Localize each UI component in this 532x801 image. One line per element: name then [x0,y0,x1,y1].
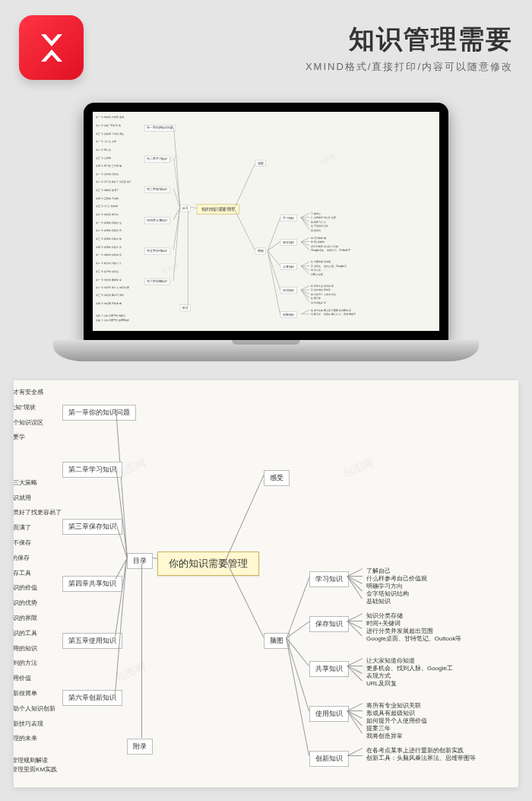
mindmap-node: URL及回复 [309,272,325,277]
mindmap-node: 第一节 知识创新很简单 [94,277,123,281]
mindmap-node: 第二节 你的"无知"现状 [94,123,122,128]
mindmap-node: 第四节 互联网不保存 [94,196,121,201]
mindmap-node: 第三节 怎样学 [14,462,17,473]
page-title: 知识管理需要 [97,22,513,57]
mindmap-node: Google桌面、甘特笔记、Outlook等 [309,248,352,253]
mindmap-node: 还是个人知识管理里面KM实践 [94,319,131,323]
mindmap-node: 保存知识 [280,239,297,246]
mindmap-node: 第二章学习知识 [62,462,122,478]
mindmap-node: 第二节 共享知识的优势 [14,597,41,609]
mindmap-node: URL及回复 [363,678,401,689]
mindmap-node: 第五节 对"人"的保存 [14,552,33,564]
mindmap-node: 第二节 分门别类好了找更容易了 [94,180,134,184]
mindmap-node: 第六节 知识保存工具 [94,212,121,217]
page-subtitle: XMIND格式/直接打印/内容可以随意修改 [97,60,513,74]
mindmap-node: 共享知识 [280,263,297,270]
mindmap-node: 第三节 提升使用价值 [94,269,121,274]
mindmap-node: 目录 [180,205,191,211]
mindmap-node: 第六章创新知识 [144,278,170,285]
watermark: 包图网 [318,153,337,166]
mindmap-node: 第三节 提升使用价值 [14,672,35,684]
mindmap-node: 第二节 知识帮助个人知识创新 [14,703,59,714]
mindmap-node: 感受 [264,470,290,486]
laptop-base [53,340,479,361]
mindmap-node: 第四节 共享知识的工具 [94,245,123,250]
mindmap-node: 第四节 学习的三大策略 [94,164,123,168]
mindmap-node: 附录 [127,739,153,755]
mindmap-node: 第六章创新知识 [62,690,122,706]
mindmap-node: 第一节 实际利用的知识 [94,253,123,257]
mindmap-node: 保存知识 [309,616,349,632]
mindmap-node: 第一节 共享知识的价值 [14,582,41,593]
mindmap-node: 第五节 对"人"的保存 [94,204,120,208]
mindmap-node: 第四节 知识管理的未来 [94,301,123,306]
mindmap-node: 第三节 你的四个知识误区 [14,417,47,428]
mindmap-node: 第三章保存知识 [62,519,122,535]
mindmap-node: 第四节 学习的三大策略 [14,477,41,488]
mindmap-node: 共享知识 [309,661,349,677]
mindmap-node: 第一节 找到知识就用 [14,492,35,504]
laptop-screen: 你的知识需要管理感受脑图目录附录第一章你的知识问题第二章学习知识第三章保存知识第… [84,103,448,340]
mindmap-node: 第四章共享知识 [62,576,122,592]
watermark: 包图网 [340,456,375,480]
laptop-mockup: 你的知识需要管理感受脑图目录附录第一章你的知识问题第二章学习知识第三章保存知识第… [53,103,479,361]
mindmap-node: 你的个人知识管理规则解读 [94,313,128,318]
mindmap-node: 创新知识 [280,311,297,318]
mindmap-node: 创新工具：头脑风暴法界法、思维带图等 [309,312,358,316]
mindmap-node: 第一节 为什么要学 [14,431,29,443]
mindmap-node: 脑图 [255,248,266,255]
mindmap-node: 第二节 能力用到的方法 [14,657,41,669]
mindmap-node: 第一节 知识创新很简单 [14,688,41,699]
mindmap-node: 第二节 学什么 [94,148,113,152]
mindmap-node: 第三章保存知识 [144,186,170,193]
mindmap-node: 还是个人知识管理里面KM实践 [14,764,61,775]
mindmap-preview: 你的知识需要管理感受脑图目录附录第一章你的知识问题第二章学习知识第三章保存知识第… [93,112,439,331]
mindmap-node: 第二章学习知识 [144,155,170,162]
mindmap-node: 第五章使用知识 [62,633,122,649]
xmind-logo [19,15,84,80]
mindmap-node: 第一章你的知识问题 [62,405,136,421]
title-block: 知识管理需要 XMIND格式/直接打印/内容可以随意修改 [97,22,513,74]
mindmap-detail: 你的知识需要管理感受脑图目录附录第一章你的知识问题第二章学习知识第三章保存知识第… [14,380,518,787]
mindmap-node: 目录 [127,553,153,569]
mindmap-node: 第三节 知识创新技巧表现 [14,718,47,729]
mindmap-node: 创新知识 [309,751,349,767]
mindmap-node: 第二节 学什么 [14,447,17,458]
mindmap-center: 你的知识需要管理 [197,204,239,214]
mindmap-node: 学习知识 [280,215,297,221]
mindmap-node: 第五章使用知识 [144,248,170,255]
mindmap-node: 第四章共享知识 [144,217,170,224]
mindmap-node: 创新工具：头脑风暴法界法、思维带图等 [363,752,480,764]
mindmap-node: 第二节 分门别类好了找更容易了 [14,507,65,518]
mindmap-node: 第二节 能力用到的方法 [94,261,123,265]
mindmap-node: 第一节 找到知识就用 [94,172,121,176]
mindmap-center: 你的知识需要管理 [157,551,259,576]
mindmap-node: 第一节 有知识才有安全感 [94,115,126,119]
mindmap-node: 第三节 电脑桌面满了 [14,522,35,533]
mindmap-node: 第三节 共享知识的界限 [94,237,123,241]
mindmap-node: 第一节 为什么要学 [94,139,119,144]
mindmap-node: 第三节 共享知识的界限 [14,612,41,624]
mindmap-node: 使用知识 [280,287,297,294]
mindmap-node: 第四节 共享知识的工具 [14,628,41,639]
mindmap-node: 第二节 知识帮助个人知识创新 [94,285,131,290]
mindmap-node: 第二节 共享知识的优势 [94,228,123,233]
mindmap-node: 第一章你的知识问题 [144,125,176,132]
mindmap-node: 第三节 知识创新技巧表现 [94,294,126,298]
mindmap-node: 感受 [255,160,266,167]
mindmap-node: 基础知识 [309,228,323,233]
mindmap-node: 第三节 电脑桌面满了 [94,188,121,192]
watermark: 包图网 [113,660,148,684]
header: 知识管理需要 XMIND格式/直接打印/内容可以随意修改 [0,0,532,91]
mindmap-node: 第四节 互联网不保存 [14,537,35,548]
mindmap-node: 第一节 共享知识的价值 [94,221,123,225]
mindmap-node: 第六节 知识保存工具 [14,567,35,579]
mindmap-node: 第二节 你的"无知"现状 [14,402,40,413]
mindmap-node: 我将创造异常 [363,730,407,742]
mindmap-node: 第一节 有知识才有安全感 [14,386,47,398]
mindmap-node: 第一节 实际利用的知识 [14,643,41,654]
mindmap-node: 基础知识 [363,596,394,607]
mindmap-node: 我将创造异常 [309,300,328,305]
mindmap-node: 第三节 你的四个知识误区 [94,132,126,136]
watermark: 包图网 [161,262,180,275]
